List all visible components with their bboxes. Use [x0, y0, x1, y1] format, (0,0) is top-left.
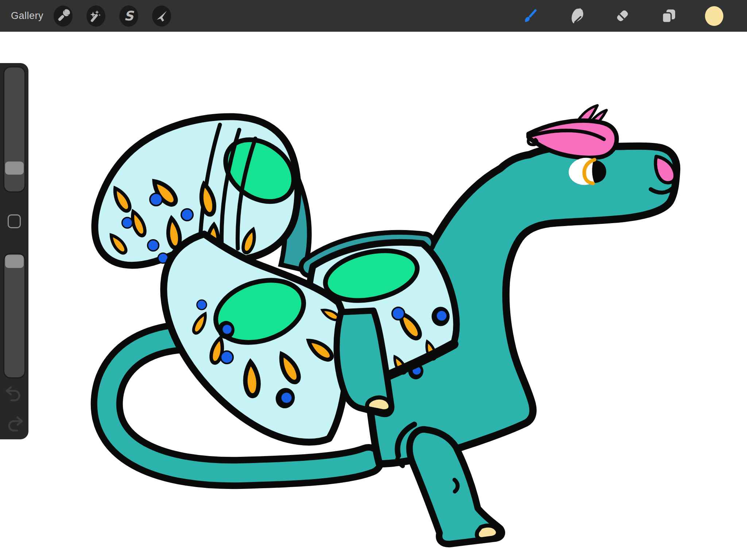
selection-button[interactable]: S [119, 4, 139, 28]
svg-text:S: S [124, 8, 134, 23]
actions-button[interactable] [53, 4, 73, 28]
procreate-window: Gallery [0, 0, 747, 560]
paint-tool-button[interactable] [520, 4, 541, 28]
smudge-finger-icon [566, 4, 587, 28]
layers-icon [658, 4, 678, 28]
s-ribbon-icon: S [119, 4, 139, 28]
hind-claw [477, 525, 498, 539]
redo-arrow-icon [0, 416, 28, 433]
brush-size-slider[interactable] [3, 66, 26, 192]
eraser-icon [612, 4, 632, 28]
wrench-icon [53, 4, 73, 28]
arrow-cursor-icon [151, 4, 172, 28]
transform-button[interactable] [151, 4, 172, 28]
dragon-artwork [0, 0, 747, 560]
brush-size-handle[interactable] [5, 162, 24, 175]
modify-button[interactable] [8, 214, 21, 228]
undo-arrow-icon [0, 386, 28, 403]
color-button[interactable] [704, 4, 724, 28]
magic-wand-icon [86, 4, 106, 28]
erase-tool-button[interactable] [612, 4, 632, 28]
sidebar-controls [0, 63, 28, 439]
color-swatch-circle [704, 4, 724, 28]
paintbrush-icon [520, 4, 541, 28]
adjustments-button[interactable] [86, 4, 106, 28]
undo-button[interactable] [0, 386, 28, 403]
top-toolbar: Gallery [0, 0, 747, 32]
opacity-handle[interactable] [5, 255, 24, 268]
redo-button[interactable] [0, 416, 28, 433]
front-claw [367, 397, 390, 411]
layers-button[interactable] [658, 4, 678, 28]
opacity-slider[interactable] [3, 253, 26, 378]
smudge-tool-button[interactable] [566, 4, 587, 28]
drawing-canvas[interactable] [0, 0, 747, 560]
gallery-button[interactable]: Gallery [11, 10, 43, 22]
